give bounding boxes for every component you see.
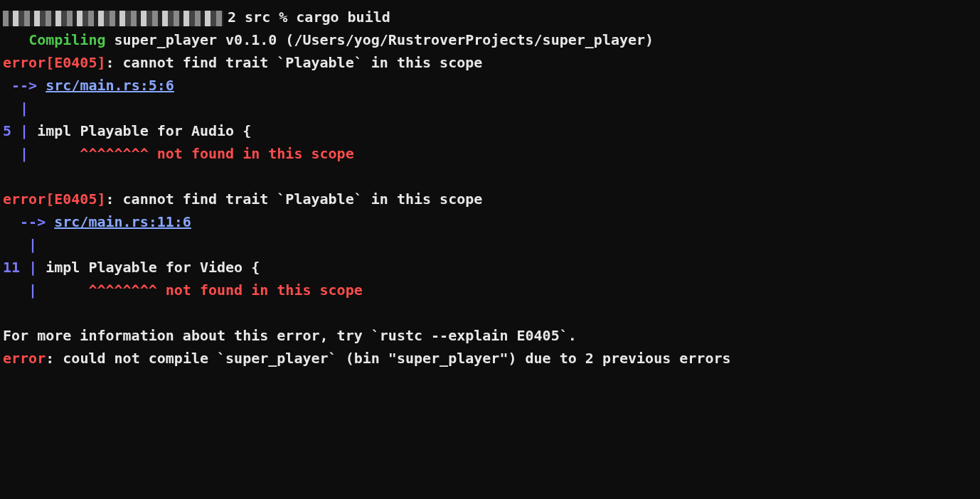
error1-arrow: --> (3, 77, 46, 94)
error2-caret-line: | ^^^^^^^^ not found in this scope (3, 279, 977, 301)
error2-code: impl Playable for Video { (37, 259, 260, 276)
prompt-line: 2 src % cargo build (3, 6, 977, 28)
compiling-text: super_player v0.1.0 (/Users/yog/Rustrove… (106, 31, 654, 48)
error1-line-num: 5 (3, 122, 20, 139)
error1-location-link[interactable]: src/main.rs:5:6 (46, 77, 174, 94)
error2-code-line: 11 | impl Playable for Video { (3, 256, 977, 279)
final-error-msg: : could not compile `super_player` (bin … (46, 350, 730, 367)
error1-pipe1: | (3, 97, 977, 119)
error1-caret-line: | ^^^^^^^^ not found in this scope (3, 142, 977, 165)
error2-carets: ^^^^^^^^ (37, 281, 157, 299)
error2-not-found: not found in this scope (157, 281, 363, 299)
error1-pipe3: | (3, 145, 28, 162)
error1-not-found: not found in this scope (149, 145, 354, 162)
prompt-text: 2 src % cargo build (228, 9, 390, 26)
error1-pipe2: | (20, 122, 28, 139)
error2-location-link[interactable]: src/main.rs:11:6 (54, 213, 191, 230)
error2-pipe2: | (28, 259, 37, 276)
final-error-label: error (3, 350, 46, 367)
error2-prefix: error[E0405] (3, 191, 106, 208)
blank-line-2 (3, 301, 977, 324)
info-text: For more information about this error, t… (3, 327, 577, 344)
error1-carets: ^^^^^^^^ (28, 145, 149, 162)
blank-line-1 (3, 165, 977, 188)
error2-message: : cannot find trait `Playable` in this s… (106, 191, 483, 208)
final-error-line: error: could not compile `super_player` … (3, 347, 977, 370)
error2-pipe3: | (3, 281, 37, 299)
pixelated-user-host (3, 11, 223, 26)
error2-arrow: --> (3, 213, 54, 230)
error2-location-line: --> src/main.rs:11:6 (3, 210, 977, 233)
error2-pipe1: | (3, 233, 977, 256)
compiling-label: Compiling (28, 31, 105, 48)
error1-header: error[E0405]: cannot find trait `Playabl… (3, 51, 977, 74)
error1-location-line: --> src/main.rs:5:6 (3, 74, 977, 97)
error1-message: : cannot find trait `Playable` in this s… (106, 54, 483, 71)
error1-code-line: 5 | impl Playable for Audio { (3, 119, 977, 142)
error1-prefix: error[E0405] (3, 54, 106, 71)
compiling-line: Compiling super_player v0.1.0 (/Users/yo… (3, 28, 977, 51)
info-line: For more information about this error, t… (3, 324, 977, 347)
error2-line-num: 11 (3, 259, 28, 276)
error1-code: impl Playable for Audio { (28, 122, 251, 139)
error2-header: error[E0405]: cannot find trait `Playabl… (3, 188, 977, 210)
